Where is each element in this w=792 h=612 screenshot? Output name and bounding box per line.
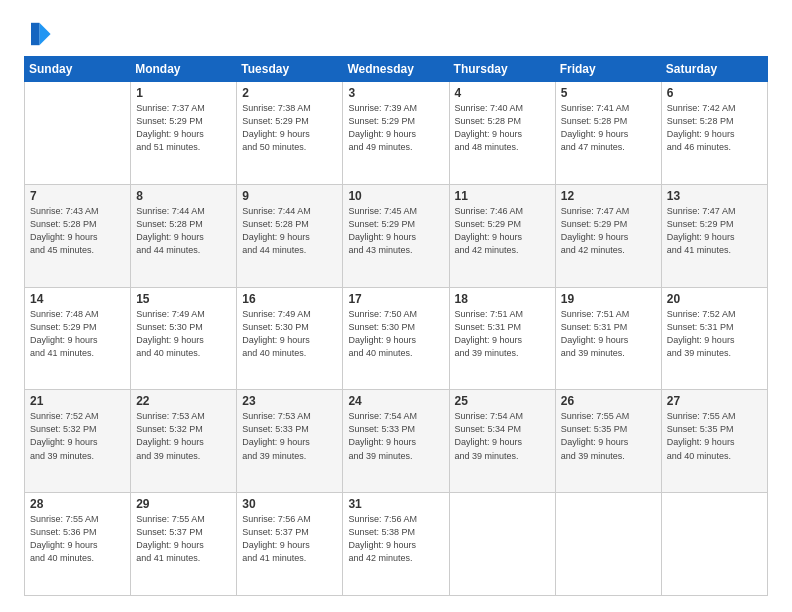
calendar-week-1: 7Sunrise: 7:43 AM Sunset: 5:28 PM Daylig… [25, 184, 768, 287]
day-number: 20 [667, 292, 762, 306]
calendar-header-monday: Monday [131, 57, 237, 82]
calendar-cell: 4Sunrise: 7:40 AM Sunset: 5:28 PM Daylig… [449, 82, 555, 185]
calendar-cell: 27Sunrise: 7:55 AM Sunset: 5:35 PM Dayli… [661, 390, 767, 493]
calendar-cell: 12Sunrise: 7:47 AM Sunset: 5:29 PM Dayli… [555, 184, 661, 287]
day-number: 11 [455, 189, 550, 203]
day-number: 9 [242, 189, 337, 203]
day-info: Sunrise: 7:55 AM Sunset: 5:37 PM Dayligh… [136, 513, 231, 565]
day-info: Sunrise: 7:48 AM Sunset: 5:29 PM Dayligh… [30, 308, 125, 360]
day-info: Sunrise: 7:39 AM Sunset: 5:29 PM Dayligh… [348, 102, 443, 154]
calendar-cell: 1Sunrise: 7:37 AM Sunset: 5:29 PM Daylig… [131, 82, 237, 185]
day-number: 4 [455, 86, 550, 100]
logo-icon [24, 20, 52, 48]
day-number: 22 [136, 394, 231, 408]
calendar-header-row: SundayMondayTuesdayWednesdayThursdayFrid… [25, 57, 768, 82]
day-info: Sunrise: 7:54 AM Sunset: 5:34 PM Dayligh… [455, 410, 550, 462]
day-info: Sunrise: 7:50 AM Sunset: 5:30 PM Dayligh… [348, 308, 443, 360]
day-info: Sunrise: 7:41 AM Sunset: 5:28 PM Dayligh… [561, 102, 656, 154]
calendar-week-3: 21Sunrise: 7:52 AM Sunset: 5:32 PM Dayli… [25, 390, 768, 493]
day-number: 18 [455, 292, 550, 306]
calendar-cell: 19Sunrise: 7:51 AM Sunset: 5:31 PM Dayli… [555, 287, 661, 390]
day-info: Sunrise: 7:54 AM Sunset: 5:33 PM Dayligh… [348, 410, 443, 462]
day-number: 5 [561, 86, 656, 100]
day-number: 25 [455, 394, 550, 408]
calendar-cell: 9Sunrise: 7:44 AM Sunset: 5:28 PM Daylig… [237, 184, 343, 287]
day-info: Sunrise: 7:55 AM Sunset: 5:35 PM Dayligh… [561, 410, 656, 462]
svg-marker-0 [39, 23, 50, 45]
calendar-cell [661, 493, 767, 596]
calendar-cell: 29Sunrise: 7:55 AM Sunset: 5:37 PM Dayli… [131, 493, 237, 596]
calendar-week-4: 28Sunrise: 7:55 AM Sunset: 5:36 PM Dayli… [25, 493, 768, 596]
logo [24, 20, 56, 48]
calendar-cell: 15Sunrise: 7:49 AM Sunset: 5:30 PM Dayli… [131, 287, 237, 390]
day-info: Sunrise: 7:47 AM Sunset: 5:29 PM Dayligh… [667, 205, 762, 257]
day-number: 31 [348, 497, 443, 511]
day-info: Sunrise: 7:38 AM Sunset: 5:29 PM Dayligh… [242, 102, 337, 154]
day-number: 26 [561, 394, 656, 408]
day-number: 29 [136, 497, 231, 511]
day-number: 30 [242, 497, 337, 511]
calendar-cell: 3Sunrise: 7:39 AM Sunset: 5:29 PM Daylig… [343, 82, 449, 185]
day-number: 1 [136, 86, 231, 100]
calendar-cell: 17Sunrise: 7:50 AM Sunset: 5:30 PM Dayli… [343, 287, 449, 390]
calendar-header-friday: Friday [555, 57, 661, 82]
day-number: 16 [242, 292, 337, 306]
calendar-cell: 6Sunrise: 7:42 AM Sunset: 5:28 PM Daylig… [661, 82, 767, 185]
calendar-cell [449, 493, 555, 596]
day-number: 12 [561, 189, 656, 203]
calendar-header-tuesday: Tuesday [237, 57, 343, 82]
day-number: 15 [136, 292, 231, 306]
calendar-cell: 26Sunrise: 7:55 AM Sunset: 5:35 PM Dayli… [555, 390, 661, 493]
day-number: 2 [242, 86, 337, 100]
calendar-cell: 16Sunrise: 7:49 AM Sunset: 5:30 PM Dayli… [237, 287, 343, 390]
day-number: 17 [348, 292, 443, 306]
day-info: Sunrise: 7:52 AM Sunset: 5:31 PM Dayligh… [667, 308, 762, 360]
page: SundayMondayTuesdayWednesdayThursdayFrid… [0, 0, 792, 612]
day-number: 10 [348, 189, 443, 203]
calendar-cell: 28Sunrise: 7:55 AM Sunset: 5:36 PM Dayli… [25, 493, 131, 596]
day-info: Sunrise: 7:45 AM Sunset: 5:29 PM Dayligh… [348, 205, 443, 257]
calendar-cell: 20Sunrise: 7:52 AM Sunset: 5:31 PM Dayli… [661, 287, 767, 390]
calendar-cell: 2Sunrise: 7:38 AM Sunset: 5:29 PM Daylig… [237, 82, 343, 185]
calendar-cell: 7Sunrise: 7:43 AM Sunset: 5:28 PM Daylig… [25, 184, 131, 287]
day-info: Sunrise: 7:56 AM Sunset: 5:37 PM Dayligh… [242, 513, 337, 565]
calendar-header-sunday: Sunday [25, 57, 131, 82]
day-info: Sunrise: 7:55 AM Sunset: 5:35 PM Dayligh… [667, 410, 762, 462]
day-number: 7 [30, 189, 125, 203]
header [24, 20, 768, 48]
svg-marker-1 [31, 23, 39, 45]
day-number: 27 [667, 394, 762, 408]
calendar-cell: 8Sunrise: 7:44 AM Sunset: 5:28 PM Daylig… [131, 184, 237, 287]
day-info: Sunrise: 7:55 AM Sunset: 5:36 PM Dayligh… [30, 513, 125, 565]
day-info: Sunrise: 7:51 AM Sunset: 5:31 PM Dayligh… [455, 308, 550, 360]
day-info: Sunrise: 7:53 AM Sunset: 5:32 PM Dayligh… [136, 410, 231, 462]
calendar-header-thursday: Thursday [449, 57, 555, 82]
calendar-week-0: 1Sunrise: 7:37 AM Sunset: 5:29 PM Daylig… [25, 82, 768, 185]
day-info: Sunrise: 7:53 AM Sunset: 5:33 PM Dayligh… [242, 410, 337, 462]
day-info: Sunrise: 7:47 AM Sunset: 5:29 PM Dayligh… [561, 205, 656, 257]
day-info: Sunrise: 7:52 AM Sunset: 5:32 PM Dayligh… [30, 410, 125, 462]
day-info: Sunrise: 7:56 AM Sunset: 5:38 PM Dayligh… [348, 513, 443, 565]
calendar-cell: 14Sunrise: 7:48 AM Sunset: 5:29 PM Dayli… [25, 287, 131, 390]
day-number: 23 [242, 394, 337, 408]
calendar-cell [25, 82, 131, 185]
day-info: Sunrise: 7:44 AM Sunset: 5:28 PM Dayligh… [242, 205, 337, 257]
calendar-cell: 23Sunrise: 7:53 AM Sunset: 5:33 PM Dayli… [237, 390, 343, 493]
calendar-header-saturday: Saturday [661, 57, 767, 82]
calendar-cell: 24Sunrise: 7:54 AM Sunset: 5:33 PM Dayli… [343, 390, 449, 493]
calendar-table: SundayMondayTuesdayWednesdayThursdayFrid… [24, 56, 768, 596]
calendar-cell: 31Sunrise: 7:56 AM Sunset: 5:38 PM Dayli… [343, 493, 449, 596]
calendar-header-wednesday: Wednesday [343, 57, 449, 82]
day-number: 3 [348, 86, 443, 100]
day-number: 13 [667, 189, 762, 203]
calendar-cell: 11Sunrise: 7:46 AM Sunset: 5:29 PM Dayli… [449, 184, 555, 287]
calendar-cell: 10Sunrise: 7:45 AM Sunset: 5:29 PM Dayli… [343, 184, 449, 287]
day-info: Sunrise: 7:40 AM Sunset: 5:28 PM Dayligh… [455, 102, 550, 154]
calendar-cell: 30Sunrise: 7:56 AM Sunset: 5:37 PM Dayli… [237, 493, 343, 596]
day-number: 21 [30, 394, 125, 408]
calendar-cell [555, 493, 661, 596]
day-number: 14 [30, 292, 125, 306]
day-info: Sunrise: 7:49 AM Sunset: 5:30 PM Dayligh… [242, 308, 337, 360]
day-number: 8 [136, 189, 231, 203]
calendar-week-2: 14Sunrise: 7:48 AM Sunset: 5:29 PM Dayli… [25, 287, 768, 390]
